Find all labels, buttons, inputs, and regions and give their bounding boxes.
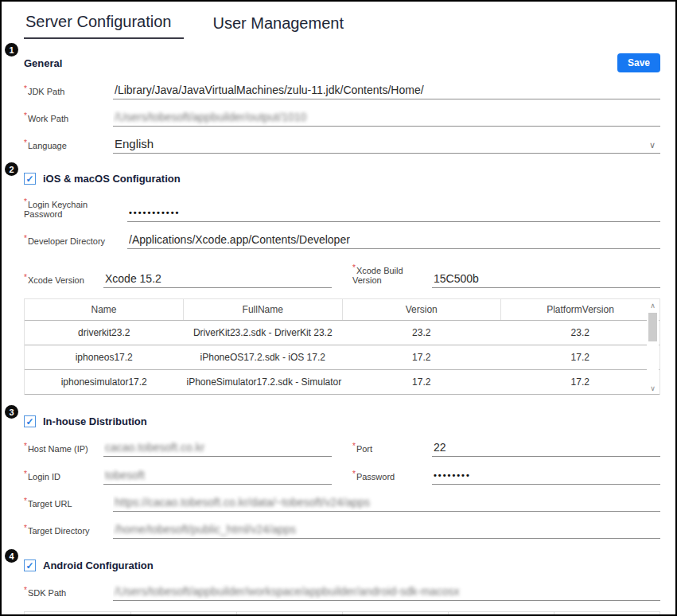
column-header: Name [25,299,184,321]
table-cell: 17.2 [342,370,501,395]
language-label: Language [24,138,113,154]
ios-sdk-table: NameFullNameVersionPlatformVersion drive… [25,299,659,395]
xcode-version-label: Xcode Version [24,273,103,288]
table-cell: 17.2 [501,370,660,395]
keychain-password-input[interactable]: ••••••••••• [127,205,660,222]
jdk-path-input[interactable]: /Library/Java/JavaVirtualMachines/zulu-1… [113,83,660,99]
column-header: PlatformVersion [501,299,660,321]
xcode-build-version-input[interactable]: 15C500b [432,271,660,288]
field-language: Language English∨ [24,137,660,154]
field-developer-directory: Developer Directory /Applications/Xcode.… [24,232,660,249]
field-port: Port 22 [352,440,660,457]
table-cell: 17.2 [501,345,660,370]
chevron-down-icon: ∨ [649,140,659,150]
port-label: Port [352,442,432,457]
field-xcode-build-version: Xcode Build Version 15C500b [352,263,660,288]
table-cell: DriverKit23.2.sdk - DriverKit 23.2 [184,321,343,345]
sdk-path-input[interactable]: /Users/tobesoft/appbuilder/workspace/app… [113,584,660,601]
xcode-build-version-label: Xcode Build Version [352,263,432,288]
column-header: Revisions [448,612,554,616]
target-directory-input[interactable]: /home/tobesoft/public_html/v24/apps [113,522,660,539]
xcode-version-input[interactable]: Xcode 15.2 [103,271,332,288]
field-target-directory: Target Directory /home/tobesoft/public_h… [24,522,660,539]
section-title-android: Android Configuration [43,559,154,571]
step-badge-3: 3 [5,405,18,419]
table-cell: iPhoneSimulator17.2.sdk - Simulator - iC [184,370,343,395]
field-jdk-path: JDK Path /Library/Java/JavaVirtualMachin… [24,83,660,99]
host-port-row: Host Name (IP) cacao.tobesoft.co.kr Port… [24,440,660,457]
login-id-label: Login ID [24,470,103,485]
section-ios-macos: 2 ✓ iOS & macOS Configuration Login Keyc… [24,173,660,395]
table-row[interactable]: iphonesimulator17.2iPhoneSimulator17.2.s… [25,370,659,395]
android-sdk-table: IDNameTypeAPI LevelRevisionsTag/ABIs and… [25,612,659,616]
field-sdk-path: SDK Path /Users/tobesoft/appbuilder/work… [24,584,660,601]
work-path-input[interactable]: /Users/tobesoft/appbuilder/output/1010 [113,110,660,127]
table-cell: 23.2 [342,321,501,345]
step-badge-2: 2 [5,162,18,176]
table-row[interactable]: driverkit23.2DriverKit23.2.sdk - DriverK… [25,321,659,345]
table-cell: iphonesimulator17.2 [25,370,184,395]
port-input[interactable]: 22 [432,440,660,457]
section-inhouse: 3 ✓ In-house Distribution Host Name (IP)… [24,415,660,539]
android-sdk-table-header-row: IDNameTypeAPI LevelRevisionsTag/ABIs [25,612,659,616]
field-host-name: Host Name (IP) cacao.tobesoft.co.kr [24,440,332,457]
developer-directory-input[interactable]: /Applications/Xcode.app/Contents/Develop… [127,232,660,249]
column-header: Name [130,612,236,616]
target-url-input[interactable]: https://cacao.tobesoft.co.kr/data/~tobes… [113,495,660,512]
ios-sdk-table-wrap: NameFullNameVersionPlatformVersion drive… [24,298,660,395]
section-general: 1 General Save JDK Path /Library/Java/Ja… [24,53,660,154]
tab-server-configuration[interactable]: Server Configuration [24,10,184,39]
tab-user-management[interactable]: User Management [211,11,345,39]
scrollbar-thumb[interactable] [648,313,657,341]
jdk-path-label: JDK Path [24,84,113,99]
column-header: ID [25,612,130,616]
android-section-checkbox[interactable]: ✓ [24,559,36,571]
xcode-version-row: Xcode Version Xcode 15.2 Xcode Build Ver… [24,263,660,288]
password-input[interactable]: •••••••• [432,468,660,485]
password-label: Password [352,470,432,485]
login-id-input[interactable]: tobesoft [103,468,332,485]
column-header: API Level [342,612,448,616]
field-password: Password •••••••• [352,468,660,485]
column-header: FullName [184,299,343,321]
section-title-inhouse: In-house Distribution [43,415,147,427]
save-button[interactable]: Save [617,53,660,72]
checkmark-icon: ✓ [25,174,33,184]
work-path-label: Work Path [24,111,113,127]
host-name-input[interactable]: cacao.tobesoft.co.kr [103,440,332,457]
android-sdk-table-wrap: IDNameTypeAPI LevelRevisionsTag/ABIs and… [24,611,660,616]
field-login-id: Login ID tobesoft [24,468,332,485]
host-name-label: Host Name (IP) [24,442,103,457]
developer-directory-label: Developer Directory [24,234,127,249]
ios-section-checkbox[interactable]: ✓ [24,173,36,185]
field-keychain-password: Login Keychain Password ••••••••••• [24,197,660,222]
column-header: Type [236,612,342,616]
scroll-up-icon[interactable]: ∧ [650,302,656,310]
field-xcode-version: Xcode Version Xcode 15.2 [24,263,332,288]
inhouse-section-checkbox[interactable]: ✓ [24,415,36,427]
table-cell: driverkit23.2 [25,321,184,345]
column-header: Version [342,299,501,321]
vertical-scrollbar[interactable]: ∧ ∨ [647,302,659,392]
target-directory-label: Target Directory [24,524,113,539]
sdk-path-label: SDK Path [24,586,113,601]
scroll-down-icon[interactable]: ∨ [650,384,656,392]
login-password-row: Login ID tobesoft Password •••••••• [24,468,660,485]
column-header: Tag/ABIs [554,612,659,616]
checkmark-icon: ✓ [25,417,33,427]
step-badge-1: 1 [5,43,18,57]
section-android: 4 ✓ Android Configuration SDK Path /User… [24,559,660,616]
table-cell: 23.2 [501,321,660,345]
table-row[interactable]: iphoneos17.2iPhoneOS17.2.sdk - iOS 17.21… [25,345,659,370]
table-cell: iPhoneOS17.2.sdk - iOS 17.2 [184,345,343,370]
step-badge-4: 4 [5,549,18,563]
language-select[interactable]: English∨ [113,137,660,154]
section-title-general: General [24,57,62,69]
field-target-url: Target URL https://cacao.tobesoft.co.kr/… [24,495,660,512]
table-cell: 17.2 [342,345,501,370]
keychain-password-label: Login Keychain Password [24,197,127,222]
section-title-ios: iOS & macOS Configuration [43,173,181,185]
table-cell: iphoneos17.2 [25,345,184,370]
field-work-path: Work Path /Users/tobesoft/appbuilder/out… [24,110,660,127]
tab-bar: Server Configuration User Management [24,10,660,39]
